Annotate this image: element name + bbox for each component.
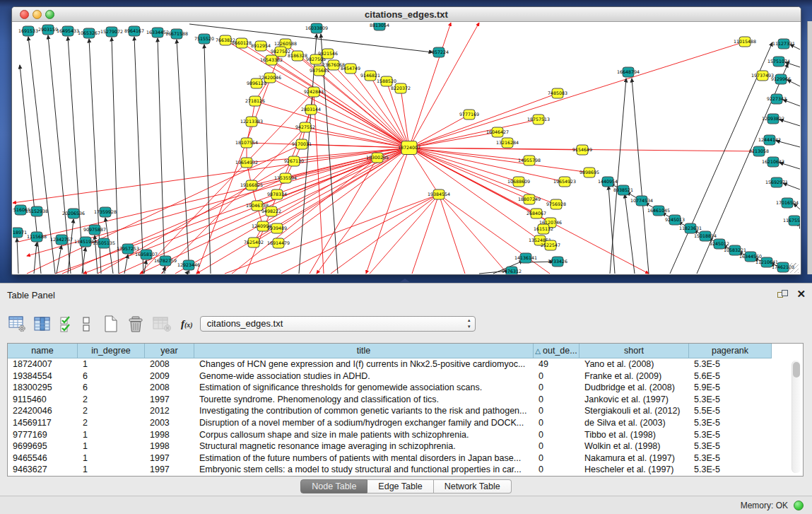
table-cell[interactable]: 2008: [145, 358, 194, 370]
table-cell[interactable]: 18724007: [8, 358, 78, 370]
table-cell[interactable]: 0: [534, 370, 579, 382]
table-cell[interactable]: 0: [534, 429, 579, 441]
graph-node[interactable]: 2903159: [38, 25, 58, 35]
table-cell[interactable]: Estimation of the future numbers of pati…: [194, 452, 534, 465]
column-header-in_degree[interactable]: in_degree: [78, 344, 145, 358]
graph-node[interactable]: 8220372: [391, 83, 411, 93]
table-cell[interactable]: 0: [534, 440, 579, 452]
table-cell[interactable]: de Silva et al. (2003): [579, 417, 689, 429]
graph-node[interactable]: 16782759: [154, 256, 177, 266]
table-cell[interactable]: 2: [78, 417, 145, 429]
graph-node[interactable]: 7625402: [244, 238, 264, 247]
graph-node[interactable]: 1733426: [548, 257, 567, 267]
graph-node[interactable]: 14136141: [514, 253, 537, 263]
graph-node[interactable]: 3918971: [13, 228, 27, 238]
table-cell[interactable]: 5.3E-5: [689, 394, 772, 406]
table-cell[interactable]: 0: [534, 405, 579, 417]
tab-node-table[interactable]: Node Table: [300, 479, 367, 493]
table-cell[interactable]: 19384554: [8, 370, 78, 382]
table-cell[interactable]: 14569117: [8, 417, 78, 429]
graph-node[interactable]: 19654932: [235, 158, 258, 168]
graph-node[interactable]: 16033809: [305, 23, 328, 33]
table-cell[interactable]: 1998: [145, 429, 194, 441]
column-header-year[interactable]: year: [145, 344, 194, 358]
graph-node[interactable]: 8186328: [288, 51, 307, 61]
table-cell[interactable]: 1: [78, 358, 145, 370]
graph-node[interactable]: 9756928: [546, 199, 566, 209]
memory-indicator-button[interactable]: [794, 501, 804, 510]
table-cell[interactable]: Disruption of a novel member of a sodium…: [194, 417, 534, 429]
table-cell[interactable]: 2012: [145, 405, 194, 417]
table-cell[interactable]: Hescheler et al. (1997): [579, 464, 689, 476]
graph-node[interactable]: 9129966: [771, 74, 791, 84]
graph-node[interactable]: 11015488: [734, 37, 756, 47]
table-cell[interactable]: Wolkin et al. (1998): [579, 440, 689, 452]
graph-node[interactable]: 7857224: [429, 47, 449, 57]
table-cell[interactable]: 0: [534, 452, 579, 465]
table-cell[interactable]: Structural magnetic resonance image aver…: [194, 440, 534, 452]
graph-node[interactable]: 15018814: [694, 231, 717, 241]
graph-node[interactable]: 15692971: [765, 177, 788, 187]
table-cell[interactable]: 9115460: [8, 394, 78, 406]
graph-node[interactable]: 9898695: [579, 168, 599, 177]
graph-node[interactable]: 16495433: [57, 26, 79, 36]
table-cell[interactable]: Changes of HCN gene expression and I(f) …: [194, 358, 534, 370]
table-cell[interactable]: 6: [78, 382, 145, 394]
graph-node[interactable]: 8964167: [124, 26, 144, 36]
table-cell[interactable]: 1998: [145, 440, 194, 452]
table-cell[interactable]: Estimation of significance thresholds fo…: [194, 382, 534, 394]
graph-node[interactable]: 16461045: [647, 206, 670, 216]
table-cell[interactable]: Corpus callosum shape and size in male p…: [194, 429, 534, 441]
column-header-out_de[interactable]: △out_de...: [534, 344, 579, 358]
scrollbar-thumb[interactable]: [793, 362, 800, 378]
show-columns-icon[interactable]: [34, 316, 52, 332]
table-cell[interactable]: 0: [534, 394, 579, 406]
table-row[interactable]: 2242004622012Investigating the contribut…: [8, 405, 803, 417]
table-cell[interactable]: 18300295: [8, 382, 78, 394]
graph-node[interactable]: 10774534: [630, 196, 653, 206]
table-row[interactable]: 946362711997Embryonic stem cells: a mode…: [8, 464, 803, 476]
table-cell[interactable]: 9465546: [8, 452, 78, 465]
graph-node[interactable]: 18757513: [527, 115, 550, 124]
function-builder-icon[interactable]: f(x): [181, 318, 193, 330]
graph-node[interactable]: 12444142: [758, 135, 781, 145]
table-cell[interactable]: 2003: [145, 417, 194, 429]
table-cell[interactable]: Investigating the contribution of common…: [194, 405, 534, 417]
table-cell[interactable]: Yano et al. (2008): [579, 358, 689, 370]
table-row[interactable]: 946554611997Estimation of the future num…: [8, 452, 803, 465]
table-cell[interactable]: 5.6E-5: [689, 370, 772, 382]
graph-node[interactable]: 18724007: [398, 141, 420, 155]
table-cell[interactable]: 1: [78, 464, 145, 476]
table-cell[interactable]: 0: [534, 382, 579, 394]
graph-node[interactable]: 2803144: [301, 105, 321, 115]
graph-node[interactable]: 9427552: [295, 122, 315, 132]
graph-node[interactable]: 12342757: [50, 235, 73, 245]
graph-node[interactable]: 12213383: [240, 117, 263, 127]
graph-node[interactable]: 17359928: [94, 207, 117, 217]
table-cell[interactable]: 2009: [145, 370, 194, 382]
graph-node[interactable]: 9227343: [767, 94, 787, 104]
table-cell[interactable]: 2: [78, 394, 145, 406]
table-cell[interactable]: 1997: [145, 464, 194, 476]
table-cell[interactable]: 49: [534, 358, 579, 370]
table-selector[interactable]: citations_edges.txt ▲▼: [200, 316, 476, 332]
table-cell[interactable]: 5.3E-5: [689, 440, 772, 452]
table-cell[interactable]: 9777169: [8, 429, 78, 441]
row-options-icon[interactable]: [81, 316, 91, 332]
table-cell[interactable]: Stergiakouli et al. (2012): [579, 405, 689, 417]
graph-node[interactable]: 11127331: [772, 39, 795, 49]
graph-node[interactable]: 7485083: [548, 88, 567, 98]
graph-node[interactable]: 2718126: [245, 96, 265, 106]
table-cell[interactable]: Embryonic stem cells: a model to study s…: [194, 464, 534, 476]
graph-node[interactable]: 90975887: [83, 225, 106, 235]
graph-node[interactable]: 8813054: [370, 23, 389, 30]
graph-node[interactable]: 9476312: [502, 267, 522, 274]
graph-node[interactable]: 18107554: [235, 138, 258, 148]
table-row[interactable]: 969969511998Structural magnetic resonanc…: [8, 440, 803, 452]
table-cell[interactable]: Genome-wide association studies in ADHD.: [194, 370, 534, 382]
vertical-scrollbar[interactable]: [792, 361, 801, 473]
window-resize-grip[interactable]: [789, 263, 799, 273]
tab-edge-table[interactable]: Edge Table: [367, 479, 433, 493]
create-column-icon[interactable]: [103, 315, 119, 332]
network-graph[interactable]: 1872400718300295193845542242004698961282…: [13, 23, 800, 274]
